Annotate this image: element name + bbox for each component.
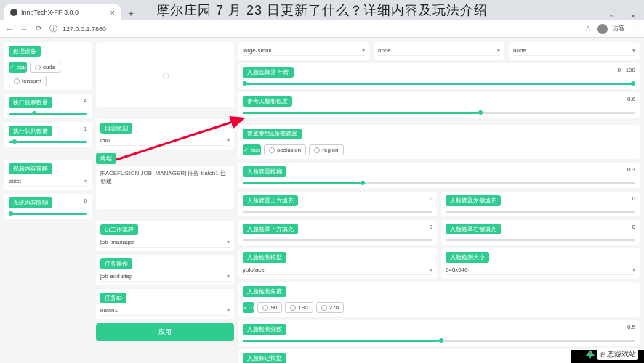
- vram-label: 系统内存限制: [9, 197, 52, 208]
- score-card: 人脸检测分数0.5: [238, 320, 640, 346]
- back-icon[interactable]: ←: [4, 25, 15, 33]
- share-icon[interactable]: ☆: [583, 24, 593, 33]
- detector-card: 人脸检测模型 yoloface▾: [238, 248, 437, 279]
- chip-cpu[interactable]: cpu: [9, 62, 27, 73]
- angle-card: 人脸检测角度 0 90 180 270: [238, 282, 640, 317]
- page-title-overlay: 摩尔庄园 7 月 23 日更新了什么？详细内容及玩法介绍: [0, 1, 644, 19]
- url-text[interactable]: 127.0.0.1:7860: [63, 25, 106, 33]
- ui-card: UI工作流程 job_manager▾: [96, 221, 234, 251]
- chip-occlusion[interactable]: occlusion: [264, 144, 306, 155]
- chip-angle-0[interactable]: 0: [243, 302, 254, 313]
- mask-label: 遮罩类型&脸部遮罩: [243, 129, 302, 139]
- mask-card: 遮罩类型&脸部遮罩 box occlusion region: [238, 125, 640, 159]
- lm-label: 人脸标记模型: [243, 353, 286, 363]
- ui-select[interactable]: job_manager▾: [100, 237, 230, 248]
- memory-select[interactable]: strict▾: [9, 176, 87, 187]
- padright-card: 人脸遮罩右侧填充0: [441, 220, 640, 245]
- column-middle: ▢ 日志级别 info▾ 终端 [FACEFUSION.JOB_MANAGER]…: [96, 42, 234, 363]
- column-right: large-small▾ none▾ none▾ 人脸选择器 年龄0 100 参…: [238, 42, 640, 363]
- log-card: 日志级别 info▾: [96, 119, 234, 150]
- preview-placeholder[interactable]: ▢: [96, 42, 234, 107]
- ref-card: 参考人脸相似度0.6: [238, 92, 640, 118]
- jobid-label: 任务ID: [100, 293, 126, 303]
- chip-angle-270[interactable]: 270: [316, 302, 344, 313]
- memory-card: 视频内存策略 strict▾: [4, 160, 92, 190]
- brand-watermark: 百态游戏站: [586, 348, 638, 360]
- queue-slider[interactable]: [9, 141, 87, 143]
- output-text: [FACEFUSION.JOB_MANAGER] 任务 batch1 已创建: [96, 166, 234, 209]
- chip-box[interactable]: box: [243, 144, 261, 155]
- age-card: 人脸选择器 年龄0 100: [238, 63, 640, 89]
- device-label: 处理设备: [9, 46, 41, 57]
- chip-region[interactable]: region: [309, 144, 343, 155]
- padtop-card: 人脸遮罩上方填充0: [238, 192, 437, 216]
- ui-label: UI工作流程: [100, 224, 138, 235]
- ref-slider[interactable]: [243, 112, 635, 114]
- address-bar: ← → ⟳ ⓘ 127.0.0.1:7860 ☆ 访客 ⋮: [0, 20, 644, 38]
- info-icon[interactable]: ⓘ: [48, 23, 58, 34]
- queue-card: 执行队列数量1: [4, 122, 92, 147]
- blur-slider[interactable]: [243, 182, 635, 184]
- padleft-slider[interactable]: [446, 211, 635, 213]
- score-label: 人脸检测分数: [243, 324, 286, 335]
- ref-label: 参考人脸相似度: [243, 96, 292, 107]
- padleft-card: 人脸遮罩左侧填充0: [441, 192, 640, 216]
- chip-cuda[interactable]: cuda: [30, 62, 60, 73]
- memory-label: 视频内存策略: [9, 163, 52, 174]
- log-select[interactable]: info▾: [100, 136, 230, 146]
- detect-size-card: 人脸检测大小 640x640▾: [441, 248, 640, 279]
- avatar[interactable]: [597, 24, 608, 34]
- size-select-3[interactable]: none▾: [509, 42, 640, 60]
- brand-logo-icon: [586, 350, 595, 359]
- main-area: 处理设备 cpu cuda tensorrt 执行线程数量4 执行队列数量1 视…: [0, 38, 644, 363]
- detector-select[interactable]: yoloface▾: [243, 265, 432, 275]
- device-card: 处理设备 cpu cuda tensorrt: [4, 42, 92, 90]
- blur-value: 0.3: [627, 166, 635, 179]
- detector-label: 人脸检测模型: [243, 252, 286, 263]
- detect-size-label: 人脸检测大小: [446, 252, 489, 263]
- size-select-2[interactable]: none▾: [374, 42, 504, 60]
- angle-label: 人脸检测角度: [243, 286, 286, 297]
- vram-slider[interactable]: [9, 213, 87, 215]
- age-label: 人脸选择器 年龄: [243, 67, 294, 78]
- threads-label: 执行线程数量: [9, 97, 52, 108]
- detect-size-select[interactable]: 640x640▾: [446, 265, 635, 275]
- padbot-slider[interactable]: [243, 239, 432, 241]
- padright-slider[interactable]: [446, 239, 635, 241]
- jobid-card: 任务ID batch1▾: [96, 289, 234, 319]
- sidebar-left: 处理设备 cpu cuda tensorrt 执行线程数量4 执行队列数量1 视…: [4, 42, 92, 363]
- step-card: 任务操作 job-add-step▾: [96, 255, 234, 285]
- log-label: 日志级别: [100, 123, 132, 134]
- age-slider[interactable]: [243, 83, 635, 85]
- chip-tensorrt[interactable]: tensorrt: [9, 76, 47, 86]
- queue-value: 1: [84, 126, 87, 139]
- apply-button[interactable]: 应用: [96, 323, 234, 341]
- vram-card: 系统内存限制0: [4, 194, 92, 219]
- step-select[interactable]: job-add-step▾: [100, 272, 230, 282]
- reload-icon[interactable]: ⟳: [33, 24, 44, 33]
- forward-icon[interactable]: →: [19, 25, 29, 33]
- padbot-card: 人脸遮罩下方填充0: [238, 220, 437, 245]
- jobid-select[interactable]: batch1▾: [100, 306, 230, 316]
- brand-text: 百态游戏站: [597, 348, 638, 360]
- chip-angle-90[interactable]: 90: [257, 302, 282, 313]
- output-card: 终端 [FACEFUSION.JOB_MANAGER] 任务 batch1 已创…: [96, 153, 234, 209]
- queue-label: 执行队列数量: [9, 126, 52, 136]
- vram-value: 0: [84, 197, 87, 211]
- threads-value: 4: [84, 97, 87, 110]
- menu-icon[interactable]: ⋮: [629, 24, 640, 33]
- threads-slider[interactable]: [9, 113, 87, 115]
- score-value: 0.5: [627, 324, 635, 337]
- blur-card: 人脸遮罩模糊0.3: [238, 163, 640, 188]
- blur-label: 人脸遮罩模糊: [243, 166, 286, 177]
- user-name: 访客: [612, 24, 625, 33]
- score-slider[interactable]: [243, 340, 635, 342]
- padtop-slider[interactable]: [243, 211, 432, 213]
- output-label: 终端: [96, 153, 116, 164]
- chip-angle-180[interactable]: 180: [285, 302, 313, 313]
- size-select-1[interactable]: large-small▾: [238, 42, 369, 60]
- ref-value: 0.6: [627, 96, 635, 109]
- threads-card: 执行线程数量4: [4, 94, 92, 118]
- step-label: 任务操作: [100, 258, 132, 269]
